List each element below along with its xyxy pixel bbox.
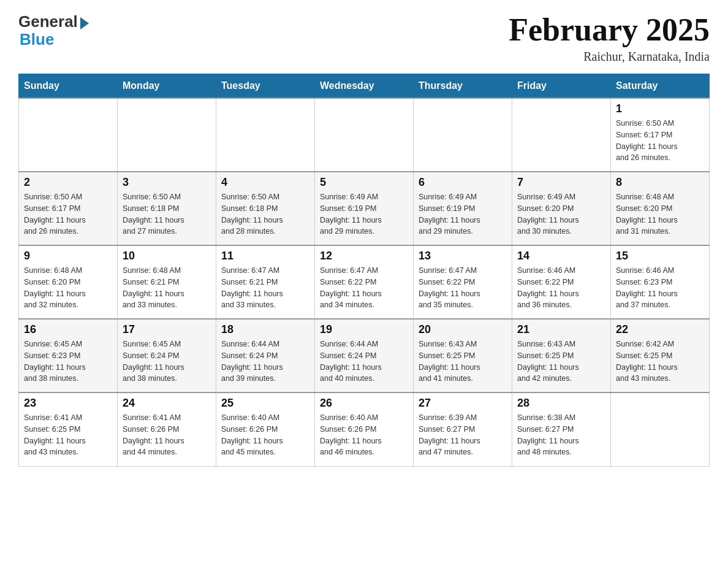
day-info: Sunrise: 6:39 AMSunset: 6:27 PMDaylight:… [419, 412, 507, 458]
day-number: 2 [24, 176, 112, 189]
day-info: Sunrise: 6:41 AMSunset: 6:26 PMDaylight:… [123, 412, 211, 458]
day-number: 13 [419, 250, 507, 262]
calendar-week-row: 1Sunrise: 6:50 AMSunset: 6:17 PMDaylight… [19, 98, 710, 172]
day-info: Sunrise: 6:48 AMSunset: 6:20 PMDaylight:… [24, 265, 112, 311]
day-info: Sunrise: 6:46 AMSunset: 6:23 PMDaylight:… [616, 265, 704, 311]
day-info: Sunrise: 6:49 AMSunset: 6:19 PMDaylight:… [320, 191, 408, 237]
day-number: 24 [123, 397, 211, 410]
calendar-cell: 12Sunrise: 6:47 AMSunset: 6:22 PMDayligh… [315, 245, 414, 319]
logo-arrow-icon [80, 17, 89, 29]
calendar-week-row: 2Sunrise: 6:50 AMSunset: 6:17 PMDaylight… [19, 172, 710, 245]
day-info: Sunrise: 6:47 AMSunset: 6:22 PMDaylight:… [419, 265, 507, 311]
calendar-cell: 22Sunrise: 6:42 AMSunset: 6:25 PMDayligh… [611, 319, 710, 393]
weekday-header-saturday: Saturday [611, 74, 710, 99]
day-number: 11 [221, 250, 309, 262]
day-number: 12 [320, 250, 408, 262]
calendar-cell: 7Sunrise: 6:49 AMSunset: 6:20 PMDaylight… [512, 172, 611, 245]
day-number: 17 [123, 323, 211, 336]
calendar-week-row: 23Sunrise: 6:41 AMSunset: 6:25 PMDayligh… [19, 393, 710, 466]
calendar-cell: 15Sunrise: 6:46 AMSunset: 6:23 PMDayligh… [611, 245, 710, 319]
calendar-cell [118, 98, 216, 172]
calendar-cell: 25Sunrise: 6:40 AMSunset: 6:26 PMDayligh… [216, 393, 315, 466]
day-info: Sunrise: 6:50 AMSunset: 6:18 PMDaylight:… [221, 191, 309, 237]
day-number: 27 [419, 397, 507, 410]
day-number: 14 [517, 250, 605, 262]
calendar-cell: 14Sunrise: 6:46 AMSunset: 6:22 PMDayligh… [512, 245, 611, 319]
day-info: Sunrise: 6:50 AMSunset: 6:17 PMDaylight:… [616, 118, 704, 164]
day-info: Sunrise: 6:40 AMSunset: 6:26 PMDaylight:… [320, 412, 408, 458]
day-info: Sunrise: 6:44 AMSunset: 6:24 PMDaylight:… [221, 339, 309, 385]
calendar-cell [19, 98, 118, 172]
title-area: February 2025 Raichur, Karnataka, India [509, 12, 710, 64]
calendar-cell: 18Sunrise: 6:44 AMSunset: 6:24 PMDayligh… [216, 319, 315, 393]
day-info: Sunrise: 6:46 AMSunset: 6:22 PMDaylight:… [517, 265, 605, 311]
calendar-cell: 23Sunrise: 6:41 AMSunset: 6:25 PMDayligh… [19, 393, 118, 466]
day-info: Sunrise: 6:42 AMSunset: 6:25 PMDaylight:… [616, 339, 704, 385]
day-number: 21 [517, 323, 605, 336]
calendar-cell: 11Sunrise: 6:47 AMSunset: 6:21 PMDayligh… [216, 245, 315, 319]
month-title: February 2025 [509, 12, 710, 47]
calendar-cell [512, 98, 611, 172]
day-info: Sunrise: 6:43 AMSunset: 6:25 PMDaylight:… [517, 339, 605, 385]
weekday-header-friday: Friday [512, 74, 611, 99]
calendar-cell: 10Sunrise: 6:48 AMSunset: 6:21 PMDayligh… [118, 245, 216, 319]
calendar-cell: 20Sunrise: 6:43 AMSunset: 6:25 PMDayligh… [414, 319, 512, 393]
day-info: Sunrise: 6:47 AMSunset: 6:21 PMDaylight:… [221, 265, 309, 311]
day-info: Sunrise: 6:43 AMSunset: 6:25 PMDaylight:… [419, 339, 507, 385]
day-number: 20 [419, 323, 507, 336]
calendar-cell: 13Sunrise: 6:47 AMSunset: 6:22 PMDayligh… [414, 245, 512, 319]
day-number: 6 [419, 176, 507, 189]
calendar-header-row: SundayMondayTuesdayWednesdayThursdayFrid… [19, 74, 710, 99]
day-info: Sunrise: 6:41 AMSunset: 6:25 PMDaylight:… [24, 412, 112, 458]
calendar-cell: 9Sunrise: 6:48 AMSunset: 6:20 PMDaylight… [19, 245, 118, 319]
calendar-cell: 4Sunrise: 6:50 AMSunset: 6:18 PMDaylight… [216, 172, 315, 245]
calendar-cell: 21Sunrise: 6:43 AMSunset: 6:25 PMDayligh… [512, 319, 611, 393]
weekday-header-monday: Monday [118, 74, 216, 99]
day-number: 28 [517, 397, 605, 410]
day-info: Sunrise: 6:38 AMSunset: 6:27 PMDaylight:… [517, 412, 605, 458]
day-number: 3 [123, 176, 211, 189]
day-number: 18 [221, 323, 309, 336]
logo: General Blue [18, 12, 89, 49]
calendar-cell: 6Sunrise: 6:49 AMSunset: 6:19 PMDaylight… [414, 172, 512, 245]
calendar-cell [315, 98, 414, 172]
weekday-header-tuesday: Tuesday [216, 74, 315, 99]
day-info: Sunrise: 6:47 AMSunset: 6:22 PMDaylight:… [320, 265, 408, 311]
calendar-cell: 26Sunrise: 6:40 AMSunset: 6:26 PMDayligh… [315, 393, 414, 466]
weekday-header-sunday: Sunday [19, 74, 118, 99]
day-number: 10 [123, 250, 211, 262]
day-number: 26 [320, 397, 408, 410]
day-number: 15 [616, 250, 704, 262]
day-number: 8 [616, 176, 704, 189]
day-info: Sunrise: 6:48 AMSunset: 6:20 PMDaylight:… [616, 191, 704, 237]
day-info: Sunrise: 6:40 AMSunset: 6:26 PMDaylight:… [221, 412, 309, 458]
calendar-cell: 19Sunrise: 6:44 AMSunset: 6:24 PMDayligh… [315, 319, 414, 393]
day-number: 19 [320, 323, 408, 336]
day-number: 16 [24, 323, 112, 336]
calendar-cell: 8Sunrise: 6:48 AMSunset: 6:20 PMDaylight… [611, 172, 710, 245]
calendar-cell: 1Sunrise: 6:50 AMSunset: 6:17 PMDaylight… [611, 98, 710, 172]
calendar-cell: 17Sunrise: 6:45 AMSunset: 6:24 PMDayligh… [118, 319, 216, 393]
calendar-cell: 16Sunrise: 6:45 AMSunset: 6:23 PMDayligh… [19, 319, 118, 393]
day-number: 5 [320, 176, 408, 189]
calendar-cell: 2Sunrise: 6:50 AMSunset: 6:17 PMDaylight… [19, 172, 118, 245]
logo-general-text: General [18, 12, 78, 31]
calendar-cell: 3Sunrise: 6:50 AMSunset: 6:18 PMDaylight… [118, 172, 216, 245]
calendar-cell [611, 393, 710, 466]
location-subtitle: Raichur, Karnataka, India [509, 50, 710, 64]
calendar-cell: 27Sunrise: 6:39 AMSunset: 6:27 PMDayligh… [414, 393, 512, 466]
calendar-cell: 28Sunrise: 6:38 AMSunset: 6:27 PMDayligh… [512, 393, 611, 466]
day-info: Sunrise: 6:49 AMSunset: 6:19 PMDaylight:… [419, 191, 507, 237]
day-info: Sunrise: 6:50 AMSunset: 6:18 PMDaylight:… [123, 191, 211, 237]
calendar-week-row: 9Sunrise: 6:48 AMSunset: 6:20 PMDaylight… [19, 245, 710, 319]
calendar-cell: 5Sunrise: 6:49 AMSunset: 6:19 PMDaylight… [315, 172, 414, 245]
page-header: General Blue February 2025 Raichur, Karn… [18, 12, 710, 64]
weekday-header-thursday: Thursday [414, 74, 512, 99]
day-number: 9 [24, 250, 112, 262]
day-number: 4 [221, 176, 309, 189]
calendar-cell: 24Sunrise: 6:41 AMSunset: 6:26 PMDayligh… [118, 393, 216, 466]
day-info: Sunrise: 6:48 AMSunset: 6:21 PMDaylight:… [123, 265, 211, 311]
calendar-cell [216, 98, 315, 172]
day-info: Sunrise: 6:49 AMSunset: 6:20 PMDaylight:… [517, 191, 605, 237]
calendar-table: SundayMondayTuesdayWednesdayThursdayFrid… [18, 74, 710, 467]
